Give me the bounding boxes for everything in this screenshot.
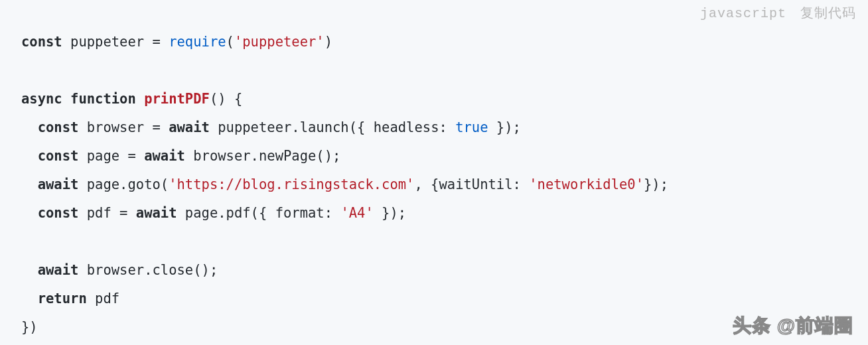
code-token: const: [21, 34, 62, 50]
code-block-header: javascript 复制代码: [700, 4, 856, 22]
copy-code-button[interactable]: 复制代码: [800, 5, 856, 20]
code-token: const: [38, 119, 79, 135]
code-token: return: [38, 291, 87, 307]
code-token: await: [38, 176, 79, 192]
code-token: page.goto(: [78, 176, 169, 192]
code-token: });: [374, 205, 406, 221]
watermark: 头条 @前端圈: [733, 313, 853, 338]
code-token: 'networkidle0': [529, 176, 644, 192]
code-token: browser =: [78, 119, 169, 135]
code-token: [21, 262, 38, 278]
code-token: const: [38, 205, 79, 221]
code-token: (: [226, 34, 234, 50]
code-token: require: [169, 34, 226, 50]
code-token: });: [488, 119, 521, 135]
code-token: printPDF: [144, 91, 210, 107]
code-token: await: [136, 205, 177, 221]
code-token: [62, 91, 70, 107]
code-token: puppeteer.launch({ headless:: [210, 119, 455, 135]
code-token: browser.close();: [78, 262, 218, 278]
code-token: true: [455, 119, 488, 135]
code-token: }): [21, 319, 38, 335]
code-token: [21, 291, 38, 307]
code-token: 'A4': [340, 205, 373, 221]
code-token: const: [38, 148, 79, 164]
code-token: (): [210, 91, 226, 107]
code-token: 'puppeteer': [234, 34, 325, 50]
code-block: const puppeteer = require('puppeteer') a…: [21, 28, 668, 342]
code-token: [21, 176, 38, 192]
code-token: ): [325, 34, 332, 50]
code-token: [226, 91, 234, 107]
code-token: await: [38, 262, 79, 278]
code-token: page.pdf({ format:: [177, 205, 341, 221]
code-token: =: [152, 34, 169, 50]
code-token: async: [21, 91, 62, 107]
code-token: browser.newPage();: [185, 148, 341, 164]
code-token: [21, 148, 38, 164]
code-token: await: [169, 119, 210, 135]
code-token: puppeteer: [62, 34, 153, 50]
code-token: [21, 119, 38, 135]
code-token: , {waitUntil:: [414, 176, 529, 192]
code-token: pdf =: [78, 205, 135, 221]
code-token: [136, 91, 144, 107]
code-token: page =: [78, 148, 144, 164]
code-language-label: javascript: [700, 6, 786, 21]
code-token: });: [644, 176, 668, 192]
code-token: await: [144, 148, 185, 164]
code-token: [21, 205, 38, 221]
code-token: 'https://blog.risingstack.com': [169, 176, 414, 192]
code-token: function: [70, 91, 136, 107]
code-token: pdf: [87, 291, 119, 307]
code-token: {: [234, 91, 242, 107]
